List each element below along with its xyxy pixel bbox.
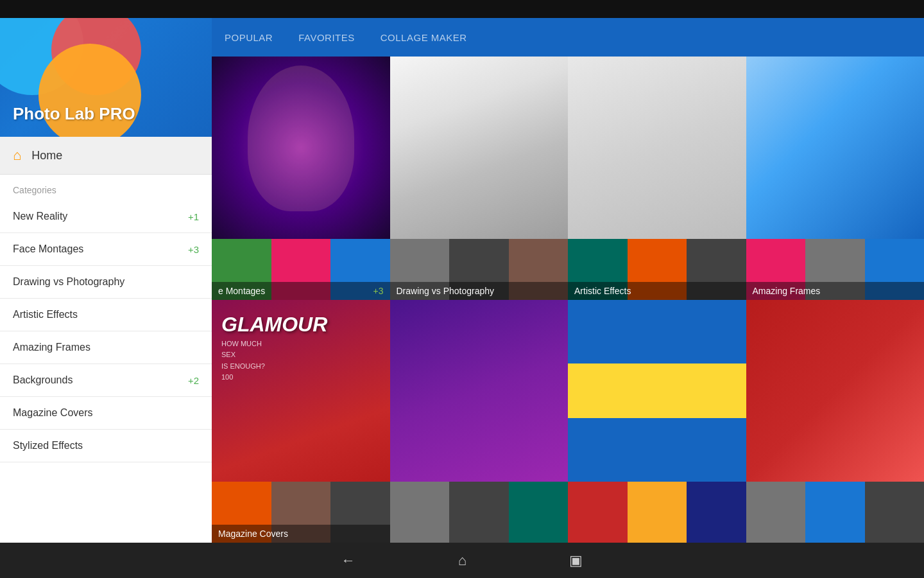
grid-cell-artistic-effects[interactable]: Artistic Effects <box>568 57 746 300</box>
nav-badge-backgrounds: +2 <box>188 375 199 386</box>
content-grid: e Montages +3 Drawing vs Photog <box>212 57 924 543</box>
tab-favorites[interactable]: FAVORITES <box>298 30 355 46</box>
sidebar-item-face-montages[interactable]: Face Montages +3 <box>0 233 212 266</box>
top-status-bar <box>0 0 924 18</box>
cell-badge-face-montages: +3 <box>373 286 384 296</box>
app-title: Photo Lab PRO <box>13 104 135 124</box>
sidebar-item-magazine-covers[interactable]: Magazine Covers <box>0 397 212 430</box>
header-tabs: POPULAR FAVORITES COLLAGE MAKER <box>212 18 924 57</box>
nav-label-stylized-effects: Stylized Effects <box>13 440 83 451</box>
tab-collage-maker[interactable]: COLLAGE MAKER <box>381 30 467 46</box>
grid-cell-girl-purple[interactable] <box>390 300 569 543</box>
categories-heading: Categories <box>0 175 212 200</box>
main-area: Photo Lab PRO ⌂ Home Categories New Real… <box>0 18 924 543</box>
sidebar-item-stylized-effects[interactable]: Stylized Effects <box>0 430 212 462</box>
grid-cell-face-montages[interactable]: e Montages +3 <box>212 57 390 300</box>
nav-label-artistic-effects: Artistic Effects <box>13 309 78 320</box>
grid-cell-amazing-frames[interactable]: Amazing Frames <box>746 57 925 300</box>
nav-label-amazing-frames: Amazing Frames <box>13 342 90 353</box>
home-icon: ⌂ <box>13 147 21 164</box>
glamour-text: GLAMOUR <box>221 313 327 337</box>
nav-label-magazine-covers: Magazine Covers <box>13 407 93 419</box>
bottom-nav-bar: ← ⌂ ▣ <box>0 543 924 578</box>
nav-label-backgrounds: Backgrounds <box>13 374 73 386</box>
content-area: POPULAR FAVORITES COLLAGE MAKER <box>212 18 924 543</box>
home-label: Home <box>31 149 62 162</box>
sidebar-item-home[interactable]: ⌂ Home <box>0 137 212 175</box>
grid-cell-sports[interactable] <box>746 300 925 543</box>
glamour-subtext: HOW MUCHSEXIS ENOUGH?100 <box>221 338 265 383</box>
cell-label-drawing-vs-photography: Drawing vs Photography <box>390 282 569 300</box>
nav-badge-new-reality: +1 <box>188 211 199 222</box>
back-button[interactable]: ← <box>341 552 355 569</box>
grid-cell-flag[interactable] <box>568 300 746 543</box>
sidebar: Photo Lab PRO ⌂ Home Categories New Real… <box>0 18 212 543</box>
sidebar-item-backgrounds[interactable]: Backgrounds +2 <box>0 364 212 397</box>
nav-label-new-reality: New Reality <box>13 211 67 222</box>
cell-label-magazine-covers: Magazine Covers <box>212 525 390 543</box>
recents-button[interactable]: ▣ <box>569 552 583 569</box>
sidebar-item-new-reality[interactable]: New Reality +1 <box>0 200 212 233</box>
cell-label-artistic-effects: Artistic Effects <box>568 282 746 300</box>
home-button[interactable]: ⌂ <box>458 552 466 569</box>
sidebar-item-artistic-effects[interactable]: Artistic Effects <box>0 299 212 331</box>
nav-label-drawing-vs-photography: Drawing vs Photography <box>13 276 124 288</box>
sidebar-item-amazing-frames[interactable]: Amazing Frames <box>0 331 212 364</box>
tab-popular[interactable]: POPULAR <box>225 30 273 46</box>
cell-label-face-montages: e Montages +3 <box>212 282 390 300</box>
sidebar-item-drawing-vs-photography[interactable]: Drawing vs Photography <box>0 266 212 299</box>
grid-cell-drawing-vs-photography[interactable]: Drawing vs Photography <box>390 57 569 300</box>
sidebar-header: Photo Lab PRO <box>0 18 212 137</box>
grid-cell-magazine-covers[interactable]: GLAMOUR HOW MUCHSEXIS ENOUGH?100 Magazin… <box>212 300 390 543</box>
cell-label-amazing-frames: Amazing Frames <box>746 282 925 300</box>
nav-label-face-montages: Face Montages <box>13 243 83 255</box>
nav-badge-face-montages: +3 <box>188 244 199 255</box>
